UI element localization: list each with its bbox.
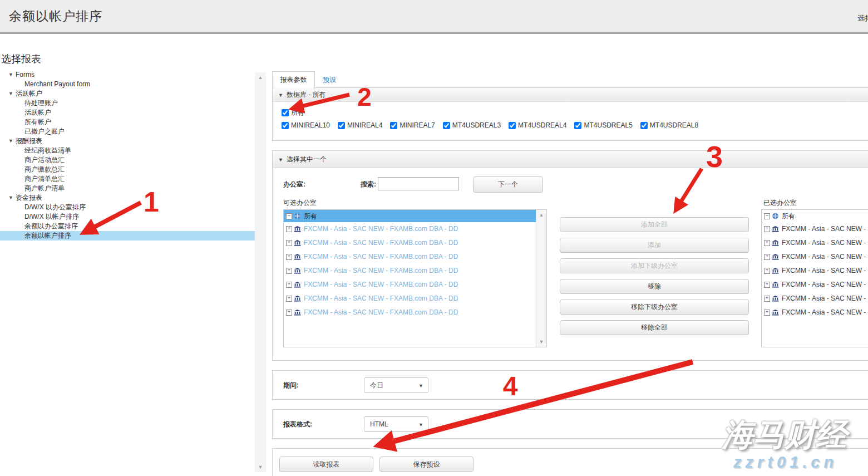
expand-plus-icon[interactable] [286, 268, 292, 274]
office-row[interactable]: FXCMM - Asia - SAC NEW - FXAMB.com DBA -… [762, 222, 868, 236]
checkbox[interactable] [443, 122, 450, 129]
tree-item-merchant-activity-summary[interactable]: 商户活动总汇 [0, 155, 255, 165]
tree-item-merchant-payment-summary[interactable]: 商户缴款总汇 [0, 165, 255, 174]
remove-all-button[interactable]: 移除全部 [560, 320, 749, 335]
expand-plus-icon[interactable] [764, 268, 770, 274]
expand-triangle-icon[interactable] [8, 89, 16, 99]
office-row[interactable]: FXCMM - Asia - SAC NEW - FXAMB.com DBA -… [284, 264, 536, 278]
expand-plus-icon[interactable] [286, 296, 292, 302]
tree-item-label: 资金报表 [16, 194, 42, 202]
office-section-header[interactable]: 选择其中一个 [273, 151, 868, 168]
office-row[interactable]: FXCMM - Asia - SAC NEW - FXAMB.com DBA -… [284, 278, 536, 292]
expand-plus-icon[interactable] [286, 226, 292, 232]
tree-item-all-accounts[interactable]: 所有帐户 [0, 117, 255, 127]
search-input[interactable] [378, 177, 459, 190]
format-select[interactable]: HTML [364, 416, 428, 432]
db-checkbox-mt4usdreal8[interactable]: MT4USDREAL8 [640, 121, 698, 129]
office-row-label: FXCMM - Asia - SAC NEW - FXAMB.com DBA -… [304, 236, 458, 250]
checkbox[interactable] [282, 109, 289, 116]
office-row[interactable]: FXCMM - Asia - SAC NEW - FXAMB.com DBA -… [762, 236, 868, 250]
list-scrollbar[interactable] [536, 210, 546, 347]
db-all-checkbox[interactable]: 所有 [282, 108, 304, 117]
expand-plus-icon[interactable] [286, 310, 292, 316]
office-row[interactable]: FXCMM - Asia - SAC NEW - FXAMB.com DBA -… [284, 306, 536, 320]
bank-icon [294, 296, 301, 302]
expand-plus-icon[interactable] [286, 240, 292, 246]
tree-item-merchant-account-list[interactable]: 商户帐户清单 [0, 184, 255, 193]
tree-item-label: 报酬报表 [16, 137, 42, 145]
scroll-up-icon[interactable] [536, 212, 546, 218]
scroll-down-icon[interactable] [536, 339, 546, 345]
add-sub-offices-button[interactable]: 添加下级办公室 [560, 258, 749, 273]
office-row[interactable]: FXCMM - Asia - SAC NEW - FXAMB.com DBA -… [284, 236, 536, 250]
checkbox[interactable] [574, 122, 581, 129]
collapse-minus-icon[interactable] [764, 213, 770, 219]
office-row[interactable]: FXCMM - Asia - SAC NEW - FXAMB.com DBA -… [762, 306, 868, 320]
tree-item-dwx-by-account[interactable]: D/W/X 以帐户排序 [0, 212, 255, 222]
expand-plus-icon[interactable] [764, 240, 770, 246]
tree-item-merchant-list-summary[interactable]: 商户清单总汇 [0, 174, 255, 184]
tree-item-merchant-payout-form[interactable]: Merchant Payout form [0, 80, 255, 89]
add-all-button[interactable]: 添加全部 [560, 217, 749, 232]
tree-item-reward-reports-group[interactable]: 报酬报表 [0, 136, 255, 146]
expand-plus-icon[interactable] [764, 254, 770, 260]
expand-plus-icon[interactable] [764, 310, 770, 316]
load-report-button[interactable]: 读取报表 [279, 457, 373, 472]
remove-sub-offices-button[interactable]: 移除下级办公室 [560, 300, 749, 315]
bank-icon [294, 310, 301, 316]
tree-scrollbar[interactable] [255, 72, 266, 472]
office-row[interactable]: FXCMM - Asia - SAC NEW - FXAMB.com DBA -… [762, 278, 868, 292]
office-root-row[interactable]: 所有 [284, 210, 536, 222]
db-checkbox-mt4usdreal3[interactable]: MT4USDREAL3 [443, 121, 501, 129]
db-label: MT4USDREAL3 [452, 121, 501, 129]
tree-item-label: 余额以办公室排序 [24, 222, 78, 230]
db-checkbox-minireal10[interactable]: MINIREAL10 [282, 121, 330, 129]
office-row[interactable]: FXCMM - Asia - SAC NEW - FXAMB.com DBA -… [284, 222, 536, 236]
remove-button[interactable]: 移除 [560, 279, 749, 294]
expand-triangle-icon[interactable] [8, 70, 16, 80]
expand-triangle-icon[interactable] [8, 193, 16, 203]
next-button[interactable]: 下一个 [473, 176, 543, 193]
save-preset-button[interactable]: 保存预设 [379, 457, 474, 472]
tree-item-balance-by-account[interactable]: 余额以帐户排序 [0, 231, 255, 241]
tree-item-balance-by-office[interactable]: 余额以办公室排序 [0, 222, 255, 231]
db-checkbox-mt4usdreal5[interactable]: MT4USDREAL5 [574, 121, 632, 129]
checkbox[interactable] [338, 122, 345, 129]
tree-item-closed-accounts[interactable]: 已撤户之账户 [0, 127, 255, 136]
tree-item-funds-reports-group[interactable]: 资金报表 [0, 193, 255, 203]
collapse-minus-icon[interactable] [286, 213, 292, 219]
checkbox[interactable] [509, 122, 516, 129]
tree-item-forms[interactable]: Forms [0, 70, 255, 80]
expand-plus-icon[interactable] [764, 226, 770, 232]
office-row[interactable]: FXCMM - Asia - SAC NEW - FXAMB.com DBA -… [762, 292, 868, 306]
expand-plus-icon[interactable] [764, 296, 770, 302]
database-section-header[interactable]: 数据库 - 所有 [273, 88, 868, 102]
tab-report-params[interactable]: 报表参数 [272, 71, 315, 88]
checkbox[interactable] [640, 122, 648, 129]
expand-plus-icon[interactable] [286, 282, 292, 288]
checkbox[interactable] [390, 122, 397, 129]
scroll-up-icon[interactable] [255, 75, 266, 80]
office-root-row[interactable]: 所有 [762, 210, 868, 222]
expand-plus-icon[interactable] [764, 282, 770, 288]
scroll-down-icon[interactable] [255, 464, 266, 470]
db-checkbox-minireal7[interactable]: MINIREAL7 [390, 121, 435, 129]
tree-item-dwx-by-office[interactable]: D/W/X 以办公室排序 [0, 203, 255, 212]
office-row[interactable]: FXCMM - Asia - SAC NEW - FXAMB.com DBA -… [284, 250, 536, 264]
db-checkbox-mt4usdreal4[interactable]: MT4USDREAL4 [509, 121, 566, 129]
tree-item-active-accounts[interactable]: 活跃帐户 [0, 108, 255, 117]
expand-triangle-icon[interactable] [8, 136, 16, 146]
office-row[interactable]: FXCMM - Asia - SAC NEW - FXAMB.com DBA -… [762, 264, 868, 278]
office-row[interactable]: FXCMM - Asia - SAC NEW - FXAMB.com DBA -… [762, 250, 868, 264]
tab-presets[interactable]: 预设 [323, 75, 336, 85]
add-button[interactable]: 添加 [560, 238, 749, 253]
format-label: 报表格式: [283, 420, 312, 429]
tree-item-active-accounts-group[interactable]: 活跃帐户 [0, 89, 255, 99]
period-select[interactable]: 今日 [364, 377, 428, 393]
office-row[interactable]: FXCMM - Asia - SAC NEW - FXAMB.com DBA -… [284, 292, 536, 306]
expand-plus-icon[interactable] [286, 254, 292, 260]
tree-item-broker-income-list[interactable]: 经纪商收益清单 [0, 146, 255, 155]
tree-item-pending-accounts[interactable]: 待处理账户 [0, 99, 255, 108]
checkbox[interactable] [282, 122, 289, 129]
db-checkbox-minireal4[interactable]: MINIREAL4 [338, 121, 382, 129]
